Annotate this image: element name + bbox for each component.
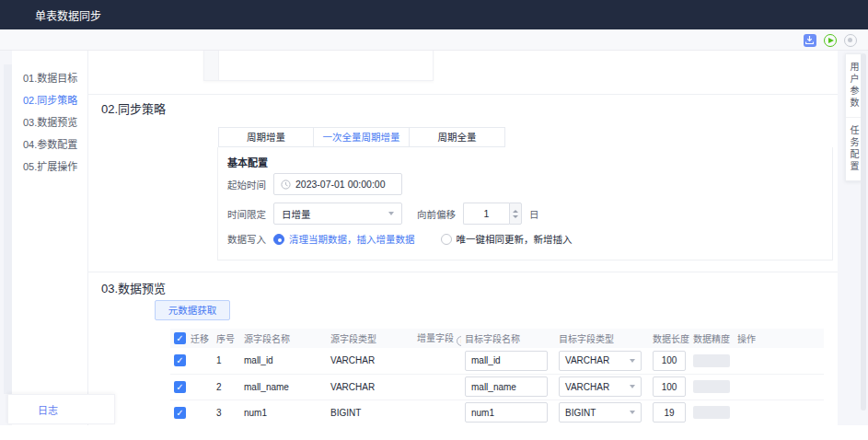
- sidebar-item-data-preview[interactable]: 03.数据预览: [23, 111, 87, 133]
- cell-action: [734, 374, 824, 399]
- bottom-spacer: [0, 425, 868, 440]
- header-migrate: 迁移: [191, 331, 209, 345]
- toolbar: [0, 29, 868, 51]
- cell-action: [734, 399, 824, 425]
- row-checkbox[interactable]: ✓: [174, 381, 186, 393]
- chevron-down-icon: [388, 212, 394, 215]
- run-icon[interactable]: [823, 33, 837, 47]
- dst-type-select[interactable]: VARCHAR: [559, 376, 642, 397]
- start-time-label: 起始时间: [224, 178, 266, 191]
- field-mapping-table: ✓ 迁移 序号 源字段名称 源字段类型 增量字段i 目标字段名称 目标字段类型 …: [170, 329, 824, 425]
- granularity-select[interactable]: 日增量: [273, 203, 402, 225]
- metadata-fetch-button[interactable]: 元数据获取: [155, 300, 230, 320]
- cell-no: 2: [213, 374, 240, 399]
- tab-user-params[interactable]: 用户参数: [846, 54, 861, 117]
- radio-clean-insert[interactable]: [273, 234, 284, 245]
- dst-type-select[interactable]: VARCHAR: [559, 351, 642, 371]
- stepper-down-icon[interactable]: [513, 215, 518, 218]
- page-title: 单表数据同步: [35, 7, 101, 23]
- table-header-row: ✓ 迁移 序号 源字段名称 源字段类型 增量字段i 目标字段名称 目标字段类型 …: [170, 329, 824, 348]
- table-row: ✓ 2 mall_name VARCHAR VARCHAR: [170, 374, 824, 399]
- clock-icon: [281, 179, 291, 190]
- basic-config-title: 基本配置: [227, 155, 268, 169]
- cell-src-type: BIGINT: [327, 399, 413, 425]
- title-bar: 单表数据同步: [0, 0, 868, 29]
- offset-unit: 日: [529, 207, 539, 221]
- log-tab[interactable]: 日志: [7, 394, 115, 424]
- tab-periodic-full[interactable]: 周期全量: [410, 127, 505, 147]
- right-panel-tabs: 用户参数 任务配置: [845, 53, 862, 181]
- length-input[interactable]: [653, 402, 686, 423]
- chevron-down-icon: [630, 359, 635, 363]
- header-action: 操作: [734, 329, 824, 348]
- stepper-up-icon[interactable]: [513, 210, 518, 213]
- log-tab-label: 日志: [38, 402, 58, 417]
- offset-input[interactable]: [463, 203, 509, 225]
- radio-upsert-label[interactable]: 唯一键相同更新，新增插入: [457, 232, 573, 246]
- main-content: 02.同步策略 周期增量 一次全量周期增量 周期全量 基本配置 起始时间 202…: [88, 51, 838, 425]
- header-dst-type: 目标字段类型: [555, 329, 649, 348]
- precision-disabled-field: [693, 380, 730, 393]
- cell-no: 1: [213, 348, 240, 374]
- table-row: ✓ 1 mall_id VARCHAR VARCHAR: [170, 348, 824, 374]
- cell-src-type: VARCHAR: [327, 374, 413, 399]
- row-checkbox[interactable]: ✓: [174, 354, 186, 366]
- sidebar-item-data-target[interactable]: 01.数据目标: [23, 67, 87, 89]
- header-inc-field: 增量字段i: [413, 329, 461, 348]
- scrolled-editor-box[interactable]: [203, 51, 434, 81]
- vertical-scrollbar[interactable]: [861, 53, 866, 411]
- cell-src-name: mall_id: [240, 348, 327, 374]
- header-src-type: 源字段类型: [327, 329, 413, 348]
- number-stepper[interactable]: [509, 203, 522, 225]
- start-time-value: 2023-07-01 00:00:00: [295, 179, 386, 190]
- cell-inc-field: [413, 399, 461, 425]
- header-no: 序号: [213, 329, 240, 348]
- length-input[interactable]: [653, 376, 686, 397]
- write-mode-label: 数据写入: [224, 232, 266, 246]
- sync-section-heading: 02.同步策略: [101, 99, 166, 117]
- offset-label: 向前偏移: [417, 207, 456, 221]
- tab-once-full-periodic-increment[interactable]: 一次全量周期增量: [314, 127, 410, 147]
- precision-disabled-field: [693, 354, 730, 367]
- cell-src-type: VARCHAR: [327, 348, 413, 374]
- cell-src-name: num1: [240, 399, 327, 425]
- dst-name-input[interactable]: [465, 351, 548, 371]
- editor-gutter: [204, 51, 219, 80]
- radio-clean-insert-label[interactable]: 清理当期数据，插入增量数据: [289, 232, 415, 246]
- radio-upsert[interactable]: [441, 234, 452, 245]
- divider: [88, 94, 838, 95]
- granularity-value: 日增量: [282, 207, 311, 221]
- divider: [88, 272, 838, 272]
- save-icon[interactable]: [803, 33, 816, 47]
- sidebar-item-extended-ops[interactable]: 05.扩展操作: [23, 156, 87, 178]
- sync-mode-tabs: 周期增量 一次全量周期增量 周期全量: [218, 127, 505, 147]
- app-window: 单表数据同步 01.数据目标 02.同步策略 03.数据预览 04.参数配置 0…: [0, 0, 868, 440]
- chevron-down-icon: [630, 411, 635, 414]
- tab-periodic-increment[interactable]: 周期增量: [218, 127, 314, 147]
- tab-task-config[interactable]: 任务配置: [846, 117, 861, 180]
- header-precision: 数据精度: [689, 329, 734, 348]
- step-sidebar: 01.数据目标 02.同步策略 03.数据预览 04.参数配置 05.扩展操作: [12, 51, 88, 425]
- cell-action: [734, 348, 824, 374]
- select-all-checkbox[interactable]: ✓: [174, 332, 186, 344]
- length-input[interactable]: [653, 351, 686, 371]
- cell-inc-field: [413, 374, 461, 399]
- info-icon[interactable]: i: [457, 336, 461, 346]
- sidebar-item-sync-strategy[interactable]: 02.同步策略: [23, 89, 87, 111]
- sidebar-item-param-config[interactable]: 04.参数配置: [23, 133, 87, 156]
- collapsed-panel-strip[interactable]: [4, 64, 12, 394]
- stop-icon: [843, 33, 857, 47]
- cell-no: 3: [213, 399, 240, 425]
- dst-name-input[interactable]: [465, 402, 548, 423]
- header-src-name: 源字段名称: [240, 329, 327, 348]
- dst-type-select[interactable]: BIGINT: [559, 402, 642, 423]
- preview-section-heading: 03.数据预览: [101, 279, 166, 296]
- cell-inc-field: [413, 348, 461, 374]
- cell-src-name: mall_name: [240, 374, 327, 399]
- header-dst-name: 目标字段名称: [461, 329, 555, 348]
- chevron-down-icon: [630, 385, 635, 388]
- row-checkbox[interactable]: ✓: [174, 407, 186, 419]
- table-row: ✓ 3 num1 BIGINT BIGINT: [170, 399, 824, 425]
- dst-name-input[interactable]: [465, 376, 548, 397]
- start-time-input[interactable]: 2023-07-01 00:00:00: [273, 173, 402, 195]
